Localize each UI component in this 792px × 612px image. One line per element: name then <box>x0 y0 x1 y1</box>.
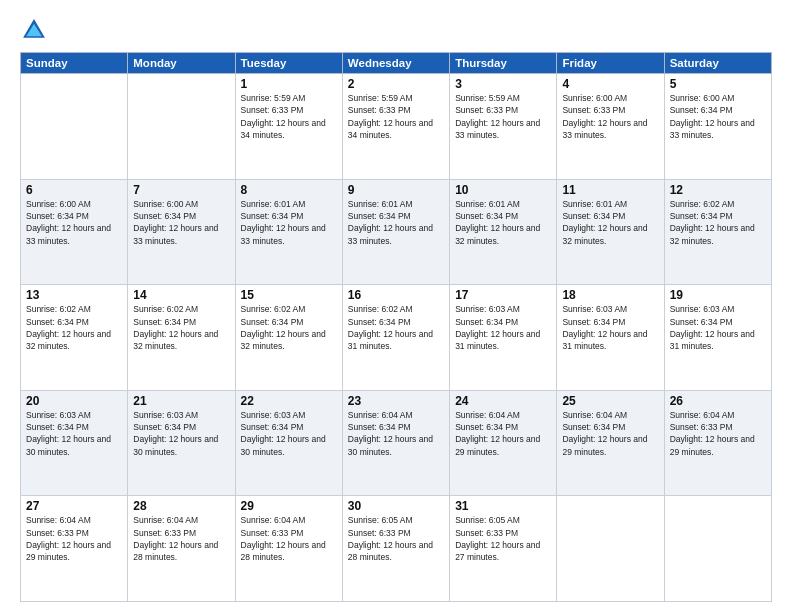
calendar-cell: 4Sunrise: 6:00 AM Sunset: 6:33 PM Daylig… <box>557 74 664 180</box>
calendar-cell: 8Sunrise: 6:01 AM Sunset: 6:34 PM Daylig… <box>235 179 342 285</box>
calendar-cell: 13Sunrise: 6:02 AM Sunset: 6:34 PM Dayli… <box>21 285 128 391</box>
day-info: Sunrise: 6:05 AM Sunset: 6:33 PM Dayligh… <box>348 514 444 563</box>
calendar-cell: 17Sunrise: 6:03 AM Sunset: 6:34 PM Dayli… <box>450 285 557 391</box>
day-number: 27 <box>26 499 122 513</box>
day-info: Sunrise: 6:04 AM Sunset: 6:33 PM Dayligh… <box>241 514 337 563</box>
day-number: 4 <box>562 77 658 91</box>
weekday-header: Friday <box>557 53 664 74</box>
calendar-cell: 15Sunrise: 6:02 AM Sunset: 6:34 PM Dayli… <box>235 285 342 391</box>
weekday-header: Tuesday <box>235 53 342 74</box>
day-info: Sunrise: 6:00 AM Sunset: 6:34 PM Dayligh… <box>133 198 229 247</box>
day-info: Sunrise: 6:00 AM Sunset: 6:34 PM Dayligh… <box>26 198 122 247</box>
weekday-header: Saturday <box>664 53 771 74</box>
calendar-cell: 9Sunrise: 6:01 AM Sunset: 6:34 PM Daylig… <box>342 179 449 285</box>
calendar-cell: 22Sunrise: 6:03 AM Sunset: 6:34 PM Dayli… <box>235 390 342 496</box>
page: SundayMondayTuesdayWednesdayThursdayFrid… <box>0 0 792 612</box>
day-info: Sunrise: 6:04 AM Sunset: 6:33 PM Dayligh… <box>26 514 122 563</box>
calendar-cell: 24Sunrise: 6:04 AM Sunset: 6:34 PM Dayli… <box>450 390 557 496</box>
day-info: Sunrise: 6:00 AM Sunset: 6:34 PM Dayligh… <box>670 92 766 141</box>
day-number: 14 <box>133 288 229 302</box>
day-number: 13 <box>26 288 122 302</box>
day-info: Sunrise: 6:03 AM Sunset: 6:34 PM Dayligh… <box>455 303 551 352</box>
day-number: 21 <box>133 394 229 408</box>
calendar-cell: 31Sunrise: 6:05 AM Sunset: 6:33 PM Dayli… <box>450 496 557 602</box>
calendar-cell: 7Sunrise: 6:00 AM Sunset: 6:34 PM Daylig… <box>128 179 235 285</box>
day-number: 29 <box>241 499 337 513</box>
calendar-week-row: 6Sunrise: 6:00 AM Sunset: 6:34 PM Daylig… <box>21 179 772 285</box>
calendar-cell <box>664 496 771 602</box>
day-number: 26 <box>670 394 766 408</box>
day-info: Sunrise: 6:04 AM Sunset: 6:34 PM Dayligh… <box>455 409 551 458</box>
day-number: 9 <box>348 183 444 197</box>
day-number: 8 <box>241 183 337 197</box>
weekday-header: Monday <box>128 53 235 74</box>
day-number: 16 <box>348 288 444 302</box>
day-info: Sunrise: 6:03 AM Sunset: 6:34 PM Dayligh… <box>241 409 337 458</box>
day-info: Sunrise: 6:00 AM Sunset: 6:33 PM Dayligh… <box>562 92 658 141</box>
day-number: 18 <box>562 288 658 302</box>
day-info: Sunrise: 6:02 AM Sunset: 6:34 PM Dayligh… <box>133 303 229 352</box>
day-info: Sunrise: 6:02 AM Sunset: 6:34 PM Dayligh… <box>348 303 444 352</box>
calendar-week-row: 20Sunrise: 6:03 AM Sunset: 6:34 PM Dayli… <box>21 390 772 496</box>
calendar-cell: 3Sunrise: 5:59 AM Sunset: 6:33 PM Daylig… <box>450 74 557 180</box>
calendar-cell: 10Sunrise: 6:01 AM Sunset: 6:34 PM Dayli… <box>450 179 557 285</box>
day-info: Sunrise: 6:02 AM Sunset: 6:34 PM Dayligh… <box>241 303 337 352</box>
day-number: 24 <box>455 394 551 408</box>
day-number: 28 <box>133 499 229 513</box>
calendar-cell: 23Sunrise: 6:04 AM Sunset: 6:34 PM Dayli… <box>342 390 449 496</box>
day-number: 25 <box>562 394 658 408</box>
day-info: Sunrise: 6:04 AM Sunset: 6:33 PM Dayligh… <box>670 409 766 458</box>
calendar-cell: 14Sunrise: 6:02 AM Sunset: 6:34 PM Dayli… <box>128 285 235 391</box>
day-info: Sunrise: 5:59 AM Sunset: 6:33 PM Dayligh… <box>455 92 551 141</box>
day-number: 22 <box>241 394 337 408</box>
calendar-cell: 19Sunrise: 6:03 AM Sunset: 6:34 PM Dayli… <box>664 285 771 391</box>
day-info: Sunrise: 6:03 AM Sunset: 6:34 PM Dayligh… <box>133 409 229 458</box>
calendar-cell: 27Sunrise: 6:04 AM Sunset: 6:33 PM Dayli… <box>21 496 128 602</box>
day-number: 7 <box>133 183 229 197</box>
logo-icon <box>20 16 48 44</box>
calendar-cell: 20Sunrise: 6:03 AM Sunset: 6:34 PM Dayli… <box>21 390 128 496</box>
day-info: Sunrise: 6:03 AM Sunset: 6:34 PM Dayligh… <box>670 303 766 352</box>
header <box>20 16 772 44</box>
calendar-cell: 5Sunrise: 6:00 AM Sunset: 6:34 PM Daylig… <box>664 74 771 180</box>
weekday-header: Thursday <box>450 53 557 74</box>
day-number: 2 <box>348 77 444 91</box>
calendar-cell: 16Sunrise: 6:02 AM Sunset: 6:34 PM Dayli… <box>342 285 449 391</box>
calendar-week-row: 1Sunrise: 5:59 AM Sunset: 6:33 PM Daylig… <box>21 74 772 180</box>
day-number: 31 <box>455 499 551 513</box>
day-number: 12 <box>670 183 766 197</box>
day-number: 11 <box>562 183 658 197</box>
day-number: 15 <box>241 288 337 302</box>
calendar-cell: 12Sunrise: 6:02 AM Sunset: 6:34 PM Dayli… <box>664 179 771 285</box>
logo <box>20 16 50 44</box>
day-number: 20 <box>26 394 122 408</box>
day-number: 10 <box>455 183 551 197</box>
day-info: Sunrise: 6:05 AM Sunset: 6:33 PM Dayligh… <box>455 514 551 563</box>
weekday-header-row: SundayMondayTuesdayWednesdayThursdayFrid… <box>21 53 772 74</box>
day-info: Sunrise: 6:01 AM Sunset: 6:34 PM Dayligh… <box>562 198 658 247</box>
day-number: 19 <box>670 288 766 302</box>
day-number: 3 <box>455 77 551 91</box>
day-number: 23 <box>348 394 444 408</box>
day-number: 30 <box>348 499 444 513</box>
calendar-cell <box>557 496 664 602</box>
calendar-cell: 1Sunrise: 5:59 AM Sunset: 6:33 PM Daylig… <box>235 74 342 180</box>
day-number: 6 <box>26 183 122 197</box>
day-number: 1 <box>241 77 337 91</box>
day-info: Sunrise: 5:59 AM Sunset: 6:33 PM Dayligh… <box>348 92 444 141</box>
calendar-cell: 11Sunrise: 6:01 AM Sunset: 6:34 PM Dayli… <box>557 179 664 285</box>
day-info: Sunrise: 6:01 AM Sunset: 6:34 PM Dayligh… <box>455 198 551 247</box>
calendar-cell: 2Sunrise: 5:59 AM Sunset: 6:33 PM Daylig… <box>342 74 449 180</box>
day-info: Sunrise: 6:04 AM Sunset: 6:33 PM Dayligh… <box>133 514 229 563</box>
day-info: Sunrise: 6:02 AM Sunset: 6:34 PM Dayligh… <box>26 303 122 352</box>
calendar-cell: 6Sunrise: 6:00 AM Sunset: 6:34 PM Daylig… <box>21 179 128 285</box>
calendar-cell: 30Sunrise: 6:05 AM Sunset: 6:33 PM Dayli… <box>342 496 449 602</box>
weekday-header: Sunday <box>21 53 128 74</box>
calendar-cell <box>21 74 128 180</box>
day-info: Sunrise: 6:04 AM Sunset: 6:34 PM Dayligh… <box>348 409 444 458</box>
day-number: 5 <box>670 77 766 91</box>
weekday-header: Wednesday <box>342 53 449 74</box>
day-info: Sunrise: 5:59 AM Sunset: 6:33 PM Dayligh… <box>241 92 337 141</box>
day-info: Sunrise: 6:02 AM Sunset: 6:34 PM Dayligh… <box>670 198 766 247</box>
day-number: 17 <box>455 288 551 302</box>
